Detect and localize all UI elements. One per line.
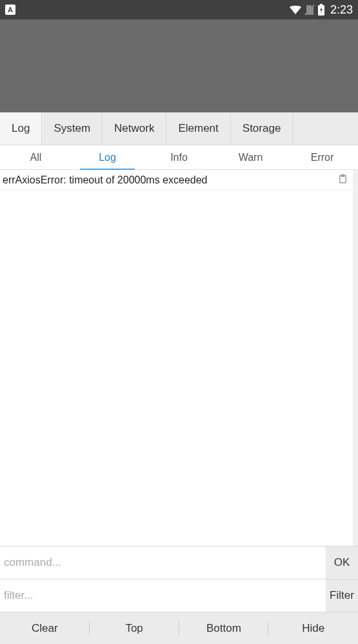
svg-rect-2	[320, 4, 323, 5]
hide-button[interactable]: Hide	[268, 612, 358, 644]
app-header-area	[0, 19, 358, 112]
command-input[interactable]	[0, 546, 326, 579]
bottom-toolbar: Clear Top Bottom Hide	[0, 612, 358, 644]
filter-row: Filter	[0, 579, 358, 612]
ok-button[interactable]: OK	[326, 546, 358, 579]
status-left: A	[5, 5, 15, 15]
battery-charging-icon	[317, 4, 325, 16]
top-button[interactable]: Top	[90, 612, 179, 644]
tab-network[interactable]: Network	[103, 112, 166, 145]
status-right: 2:23	[289, 3, 353, 17]
subtab-error[interactable]: Error	[286, 145, 358, 169]
tab-log[interactable]: Log	[0, 112, 42, 145]
status-clock: 2:23	[330, 3, 353, 17]
subtab-info[interactable]: Info	[143, 145, 215, 169]
tab-system[interactable]: System	[42, 112, 103, 145]
app-icon: A	[5, 5, 15, 15]
filter-input[interactable]	[0, 579, 326, 612]
log-entry[interactable]: errAxiosError: timeout of 20000ms exceed…	[0, 170, 353, 191]
log-text: errAxiosError: timeout of 20000ms exceed…	[3, 174, 207, 186]
filter-button[interactable]: Filter	[326, 579, 358, 612]
command-row: OK	[0, 546, 358, 579]
subtab-warn[interactable]: Warn	[215, 145, 286, 169]
status-bar: A 2:23	[0, 0, 358, 19]
bottom-button[interactable]: Bottom	[179, 612, 269, 644]
subtab-all[interactable]: All	[0, 145, 72, 169]
tab-storage[interactable]: Storage	[231, 112, 293, 145]
wifi-icon	[289, 5, 302, 15]
log-scroll-area[interactable]: errAxiosError: timeout of 20000ms exceed…	[0, 170, 358, 546]
no-sim-icon	[304, 4, 315, 16]
subtab-log[interactable]: Log	[72, 145, 143, 169]
clear-button[interactable]: Clear	[0, 612, 90, 644]
tab-element[interactable]: Element	[166, 112, 230, 145]
clipboard-icon[interactable]	[338, 174, 348, 186]
main-tabs: Log System Network Element Storage	[0, 112, 358, 145]
log-level-tabs: All Log Info Warn Error	[0, 145, 358, 170]
